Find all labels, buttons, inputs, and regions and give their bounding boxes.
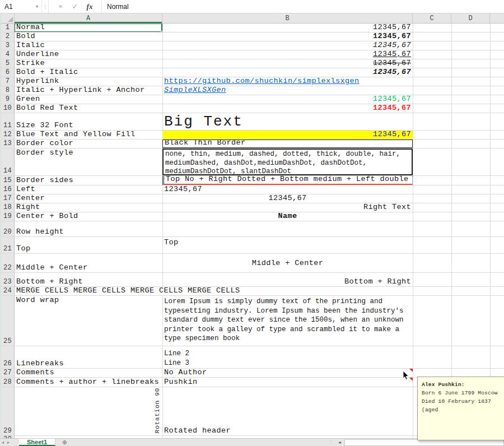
cell-b29[interactable]: Rotated header — [162, 387, 413, 435]
cell-a21[interactable]: Top — [15, 237, 162, 253]
column-header-partial[interactable] — [490, 13, 504, 23]
insert-function-icon[interactable]: fx — [82, 2, 97, 11]
cell-b5[interactable]: 12345,67 — [162, 59, 413, 68]
select-all-corner[interactable] — [1, 13, 15, 23]
cell-b18[interactable]: Right Text — [162, 203, 413, 212]
cell-a28[interactable]: Comments + author + linebreaks — [15, 378, 162, 387]
cell-a6[interactable]: Bold + Italic — [15, 68, 162, 77]
cell-b9[interactable]: 12345,67 — [162, 95, 413, 104]
formula-input[interactable]: Normal — [102, 0, 504, 13]
row-header-15[interactable]: 15 — [1, 176, 15, 185]
cell-b4[interactable]: 12345,67 — [162, 50, 413, 59]
row-header-17[interactable]: 17 — [1, 194, 15, 203]
cell-b21[interactable]: Top — [162, 237, 413, 253]
row-header-6[interactable]: 6 — [1, 68, 15, 77]
cell-a2[interactable]: Bold — [15, 32, 162, 41]
cell-a25[interactable]: Word wrap — [15, 296, 162, 346]
row-header-1[interactable]: 1 — [1, 24, 15, 32]
cell-b6[interactable]: 12345,67 — [162, 68, 413, 77]
cell-b25[interactable]: Lorem Ipsum is simply dummy text of the … — [162, 296, 413, 346]
row-header-12[interactable]: 12 — [1, 131, 15, 139]
cell-b16[interactable]: 12345,67 — [162, 185, 413, 194]
cell-a4[interactable]: Underline — [15, 50, 162, 59]
row-header-10[interactable]: 10 — [1, 104, 15, 113]
cell-b12[interactable]: 12345,67 — [162, 131, 413, 139]
cell-a29[interactable]: Rotation 90 — [15, 387, 162, 435]
row-header-19[interactable]: 19 — [1, 212, 15, 221]
cell-a11[interactable]: Size 32 Font — [15, 113, 162, 130]
row-header-3[interactable]: 3 — [1, 41, 15, 50]
sheet-nav-left-icon[interactable]: ◂ — [0, 440, 6, 445]
cell-a3[interactable]: Italic — [15, 41, 162, 50]
cell-a16[interactable]: Left — [15, 185, 162, 194]
tab-sheet1[interactable]: Sheet1 — [19, 439, 55, 446]
enter-icon[interactable]: ✓ — [68, 2, 82, 11]
scroll-left-icon[interactable]: ◄ — [335, 440, 344, 444]
cell-a14[interactable]: Border style — [15, 148, 162, 175]
cell-a18[interactable]: Right — [15, 203, 162, 212]
row-header-2[interactable]: 2 — [1, 32, 15, 41]
row-header-25[interactable]: 25 — [1, 296, 15, 346]
row-header-18[interactable]: 18 — [1, 203, 15, 212]
row-header-28[interactable]: 28 — [1, 378, 15, 387]
name-box[interactable]: A1 — [0, 0, 32, 13]
row-header-27[interactable]: 27 — [1, 369, 15, 377]
cell-b22[interactable]: Middle + Center — [162, 254, 413, 272]
cell-a24-b24-merged[interactable]: MERGE CELLS MERGE CELLS MERGE CELLS MERG… — [15, 287, 413, 295]
cell-b11[interactable]: Big Text — [162, 113, 413, 130]
cell-b1[interactable]: 12345,67 — [162, 24, 413, 32]
cell-b3[interactable]: 12345,67 — [162, 41, 413, 50]
row-header-4[interactable]: 4 — [1, 50, 15, 59]
sheet-nav-right-icon[interactable]: ▸ — [6, 440, 11, 445]
column-header-d[interactable]: D — [451, 13, 490, 23]
cell-a5[interactable]: Strike — [15, 59, 162, 68]
cell-a12[interactable]: Blue Text and Yellow Fill — [15, 131, 162, 139]
cell-a10[interactable]: Bold Red Text — [15, 104, 162, 113]
column-header-c[interactable]: C — [413, 13, 451, 23]
cancel-icon[interactable]: × — [53, 2, 68, 11]
cell-a8[interactable]: Italic + Hyperlink + Anchor — [15, 86, 162, 95]
cell-b14[interactable]: none, thin, medium, dashed, dotted, thic… — [162, 148, 413, 175]
row-header-7[interactable]: 7 — [1, 77, 15, 86]
cell-a7[interactable]: Hyperlink — [15, 77, 162, 86]
row-header-21[interactable]: 21 — [1, 237, 15, 253]
cell-b8-hyperlink[interactable]: SimpleXLSXGen — [162, 86, 413, 95]
row-header-14[interactable]: 14 — [1, 148, 15, 175]
cell-b10[interactable]: 12345,67 — [162, 104, 413, 113]
cell-a13[interactable]: Border color — [15, 140, 162, 148]
row-header-16[interactable]: 16 — [1, 185, 15, 194]
cell-b7-hyperlink[interactable]: https://github.com/shuchkin/simplexlsxge… — [162, 77, 413, 86]
column-header-b[interactable]: B — [162, 13, 413, 23]
name-box-dropdown-icon[interactable]: ▾ — [32, 0, 41, 13]
cell-b27[interactable]: No Author — [162, 369, 413, 377]
cell-b23[interactable]: Bottom + Right — [162, 273, 413, 286]
row-header-9[interactable]: 9 — [1, 95, 15, 104]
row-header-11[interactable]: 11 — [1, 113, 15, 130]
cell-a20[interactable]: Row height — [15, 221, 162, 236]
cell-a1[interactable]: Normal — [15, 24, 162, 32]
row-header-22[interactable]: 22 — [1, 254, 15, 272]
fill-handle[interactable] — [161, 31, 162, 32]
cell-b13[interactable]: Black Thin Border — [162, 140, 413, 148]
comment-indicator-icon[interactable] — [409, 378, 413, 381]
cell-b19[interactable]: Name — [162, 212, 413, 221]
row-header-26[interactable]: 26 — [1, 346, 15, 368]
cell-b28[interactable]: Pushkin — [162, 378, 413, 387]
comment-indicator-icon[interactable] — [409, 369, 413, 372]
cell-b17[interactable]: 12345,67 — [162, 194, 413, 203]
row-header-29[interactable]: 29 — [1, 387, 15, 435]
cell-a27[interactable]: Comments — [15, 369, 162, 377]
row-header-23[interactable]: 23 — [1, 273, 15, 286]
cell-a17[interactable]: Center — [15, 194, 162, 203]
cell-a23[interactable]: Bottom + Right — [15, 273, 162, 286]
cell-a22[interactable]: Middle + Center — [15, 254, 162, 272]
cell-a9[interactable]: Green — [15, 95, 162, 104]
cell-a19[interactable]: Center + Bold — [15, 212, 162, 221]
row-header-24[interactable]: 24 — [1, 287, 15, 295]
row-header-13[interactable]: 13 — [1, 140, 15, 148]
row-header-20[interactable]: 20 — [1, 221, 15, 236]
cell-b15[interactable]: Top No + Right Dotted + Bottom medium + … — [162, 176, 413, 185]
cell-b26[interactable]: Line 1 Line 2 Line 3 — [162, 346, 413, 368]
cell-a26[interactable]: Linebreaks — [15, 346, 162, 368]
add-sheet-icon[interactable]: ⊕ — [55, 439, 73, 445]
